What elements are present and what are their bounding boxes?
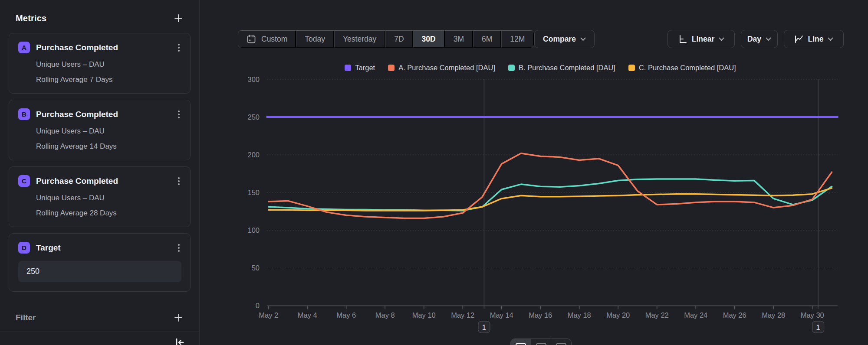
table-view-icon (556, 343, 566, 345)
scale-selector-button[interactable]: Linear (667, 30, 735, 48)
linear-axis-icon (678, 34, 687, 44)
legend-item[interactable]: C. Purchase Completed [DAU] (628, 64, 736, 72)
legend-item[interactable]: B. Purchase Completed [DAU] (508, 64, 615, 72)
range-3m[interactable]: 3M (445, 30, 473, 48)
calendar-icon (246, 34, 256, 44)
chart-type-selector-button[interactable]: Line (784, 30, 844, 48)
view-toggle-group (510, 338, 572, 345)
chevron-down-icon (766, 37, 771, 41)
chevron-down-icon (719, 37, 724, 41)
range-30d[interactable]: 30D (413, 30, 445, 48)
legend-item[interactable]: Target (345, 64, 375, 72)
view-toggle-bar[interactable] (531, 339, 551, 345)
range-12m[interactable]: 12M (501, 30, 534, 48)
legend-swatch (628, 65, 635, 71)
range-yesterday[interactable]: Yesterday (334, 30, 385, 48)
legend-label: B. Purchase Completed [DAU] (519, 64, 615, 72)
range-custom[interactable]: Custom (238, 30, 296, 48)
legend-swatch (345, 65, 351, 71)
chevron-down-icon (580, 37, 586, 41)
range-7d[interactable]: 7D (385, 30, 413, 48)
bar-view-icon (536, 343, 546, 345)
legend-label: A. Purchase Completed [DAU] (398, 64, 495, 72)
legend-label: Target (355, 64, 375, 72)
line-view-icon (516, 343, 526, 345)
legend-label: C. Purchase Completed [DAU] (639, 64, 736, 72)
legend-item[interactable]: A. Purchase Completed [DAU] (388, 64, 495, 72)
chevron-down-icon (828, 37, 833, 41)
date-range-selector: CustomTodayYesterday7D30D3M6M12M (238, 30, 534, 48)
granularity-selector-button[interactable]: Day (741, 30, 778, 48)
compare-button[interactable]: Compare (534, 30, 595, 48)
chart-panel: CustomTodayYesterday7D30D3M6M12M Compare… (200, 0, 868, 345)
view-toggle-table[interactable] (551, 339, 571, 345)
view-toggle-line[interactable] (511, 339, 531, 345)
metrics-explorer-app: Metrics A Purchase Completed Unique User… (0, 0, 868, 345)
legend-swatch (388, 65, 395, 71)
range-today[interactable]: Today (296, 30, 334, 48)
line-chart-icon (794, 34, 804, 44)
legend-swatch (508, 65, 515, 71)
chart-legend: TargetA. Purchase Completed [DAU]B. Purc… (200, 64, 868, 72)
range-6m[interactable]: 6M (473, 30, 501, 48)
